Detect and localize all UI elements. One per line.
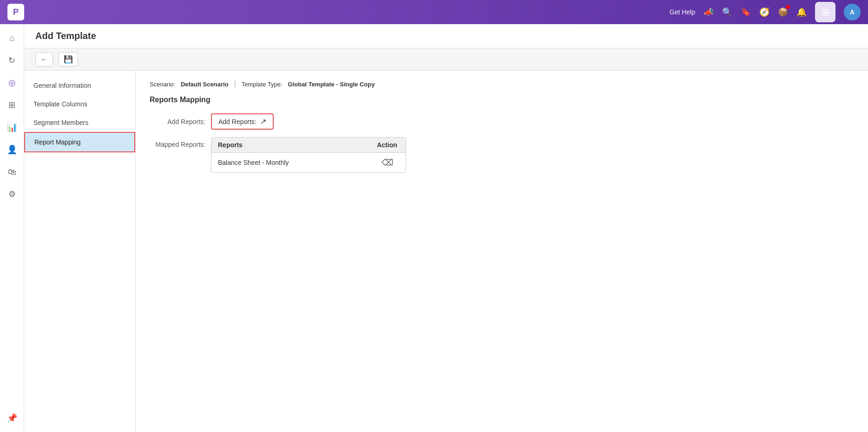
delete-report-button[interactable]: ⌫ [381,157,393,168]
bookmark-icon[interactable]: 🔖 [741,7,751,17]
content-area: Add Template ← 💾 General Information Tem… [24,24,868,432]
external-link-icon: ↗︎ [260,117,266,126]
topbar-right: Get Help 📣 🔍 🔖 🧭 📦 🔔 ⊞ A [670,2,861,22]
mapped-reports-row: Mapped Reports: Reports Action Balance S… [150,137,854,173]
bell-icon[interactable]: 🔔 [796,7,807,17]
add-reports-label: Add Reports: [150,118,205,125]
scenario-value: Default Scenario [181,81,229,88]
section-title: Reports Mapping [150,96,854,104]
reports-table: Reports Action Balance Sheet - Monthly ⌫ [211,137,406,173]
app-switcher-button[interactable]: ⊞ [815,2,835,22]
table-row: Balance Sheet - Monthly ⌫ [211,153,406,172]
col-action-header: Action [368,137,406,152]
nav-item-segment-members[interactable]: Segment Members [24,113,135,132]
get-help-button[interactable]: Get Help [670,8,695,16]
sidebar-item-chart[interactable]: 📊 [3,118,21,137]
main-panel: Scenario: Default Scenario | Template Ty… [136,71,868,432]
toolbar: ← 💾 [24,48,868,71]
sidebar-item-refresh[interactable]: ↻ [3,51,21,70]
add-reports-button-label: Add Reports: [218,118,256,125]
page-title: Add Template [35,31,857,41]
reports-table-header: Reports Action [211,137,406,153]
sidebar-item-target[interactable]: ◎ [3,73,21,92]
user-avatar[interactable]: A [844,4,861,20]
topbar: P Get Help 📣 🔍 🔖 🧭 📦 🔔 ⊞ A [0,0,868,24]
app-logo[interactable]: P [7,4,24,20]
scenario-separator: | [234,80,236,88]
search-icon[interactable]: 🔍 [722,7,732,17]
compass-icon[interactable]: 🧭 [759,7,769,17]
template-type-value: Global Template - Single Copy [288,81,375,88]
back-button[interactable]: ← [35,52,53,66]
sidebar-item-bag[interactable]: 🛍 [3,163,21,181]
sidebar-item-settings[interactable]: ⚙ [3,185,21,203]
left-nav: General Information Template Columns Seg… [24,71,136,432]
nav-item-template-columns[interactable]: Template Columns [24,95,135,113]
mapped-reports-label: Mapped Reports: [150,137,205,148]
add-reports-button[interactable]: Add Reports: ↗︎ [211,113,274,130]
sidebar-item-person[interactable]: 👤 [3,140,21,159]
scenario-label: Scenario: [150,81,175,88]
megaphone-icon[interactable]: 📣 [704,7,714,17]
sidebar-item-home[interactable]: ⌂ [3,29,21,47]
action-cell: ⌫ [368,153,406,172]
template-type-label: Template Type: [242,81,283,88]
cube-icon[interactable]: 📦 [778,7,788,17]
nav-item-report-mapping[interactable]: Report Mapping [24,132,135,152]
nav-item-general-information[interactable]: General Information [24,76,135,95]
page-header: Add Template [24,24,868,48]
add-reports-row: Add Reports: Add Reports: ↗︎ [150,113,854,130]
notification-badge [786,5,790,9]
main-layout: ⌂ ↻ ◎ ⊞ 📊 👤 🛍 ⚙ 📌 Add Template ← 💾 Gener… [0,24,868,432]
sidebar-item-pin[interactable]: 📌 [3,409,21,427]
col-reports-header: Reports [211,137,368,152]
topbar-left: P [7,4,30,20]
sidebar-item-grid[interactable]: ⊞ [3,96,21,114]
save-button[interactable]: 💾 [59,52,78,66]
sidebar-icons: ⌂ ↻ ◎ ⊞ 📊 👤 🛍 ⚙ 📌 [0,24,24,432]
report-name-cell: Balance Sheet - Monthly [211,154,368,171]
inner-layout: General Information Template Columns Seg… [24,71,868,432]
scenario-bar: Scenario: Default Scenario | Template Ty… [150,80,854,88]
